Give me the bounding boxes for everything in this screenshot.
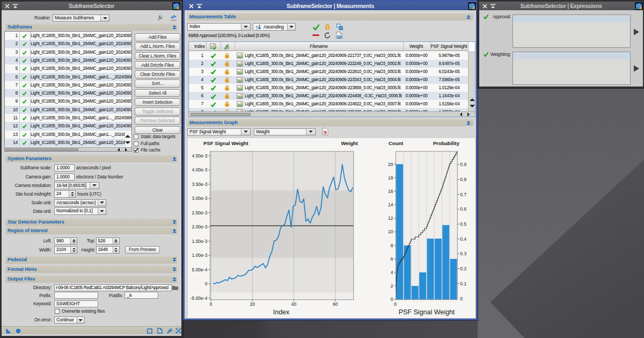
svg-text:Probability: Probability: [433, 140, 460, 146]
svg-text:Index: Index: [273, 308, 290, 316]
svg-text:0: 0: [460, 296, 463, 301]
svg-text:4.00e-3: 4.00e-3: [192, 167, 208, 172]
svg-text:6: 6: [391, 256, 393, 262]
svg-text:0: 0: [205, 281, 208, 286]
svg-text:0.9: 0.9: [460, 162, 466, 167]
svg-text:18: 18: [388, 175, 393, 181]
svg-text:0: 0: [391, 297, 393, 302]
svg-text:0.8: 0.8: [460, 177, 466, 182]
svg-text:0: 0: [394, 301, 397, 307]
svg-text:2.50e-3: 2.50e-3: [192, 210, 208, 215]
svg-text:0.5: 0.5: [460, 221, 466, 227]
svg-text:40: 40: [291, 301, 297, 307]
svg-text:5.00e-4: 5.00e-4: [192, 267, 208, 272]
svg-text:0: 0: [210, 301, 213, 307]
svg-text:8: 8: [391, 243, 393, 248]
svg-text:3.00e-3: 3.00e-3: [192, 196, 208, 201]
svg-text:0.4: 0.4: [460, 236, 466, 242]
svg-text:20: 20: [250, 301, 255, 307]
svg-text:12: 12: [388, 215, 393, 221]
svg-text:2.00e-3: 2.00e-3: [192, 224, 208, 229]
svg-text:14: 14: [388, 202, 393, 207]
svg-text:Count: Count: [389, 140, 404, 146]
svg-text:Weight: Weight: [341, 140, 358, 146]
svg-text:2: 2: [391, 283, 393, 289]
svg-text:0.6: 0.6: [460, 206, 466, 212]
svg-text:PSF Signal Weight: PSF Signal Weight: [203, 140, 249, 146]
svg-text:0.3: 0.3: [460, 251, 466, 256]
svg-text:0.7: 0.7: [460, 192, 466, 197]
svg-text:0.1: 0.1: [460, 281, 466, 286]
svg-text:20: 20: [388, 162, 393, 167]
svg-text:1.00e-3: 1.00e-3: [192, 253, 208, 258]
svg-text:3.50e-3: 3.50e-3: [192, 182, 208, 187]
svg-text:1.50e-3: 1.50e-3: [192, 239, 208, 244]
svg-text:0.2: 0.2: [460, 266, 466, 271]
svg-text:4: 4: [391, 270, 393, 275]
svg-text:10: 10: [388, 229, 393, 234]
svg-text:4.50e-3: 4.50e-3: [192, 153, 208, 159]
svg-text:60: 60: [333, 301, 338, 307]
svg-text:-5.00e-4: -5.00e-4: [191, 296, 208, 301]
svg-text:PSF Signal Weight: PSF Signal Weight: [399, 308, 455, 316]
svg-text:16: 16: [388, 189, 393, 194]
